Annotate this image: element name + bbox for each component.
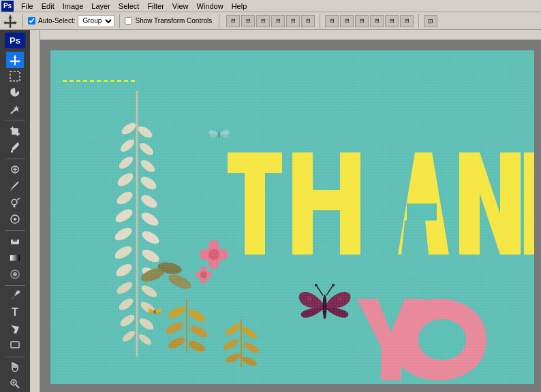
menu-image[interactable]: Image xyxy=(59,1,87,11)
align-middle-icon[interactable]: ⊟ xyxy=(286,15,300,27)
butterfly-small-teal xyxy=(207,125,231,144)
svg-point-87 xyxy=(154,310,156,314)
clone-stamp-tool[interactable] xyxy=(6,195,24,210)
svg-line-89 xyxy=(316,285,323,295)
separator5 xyxy=(5,357,25,357)
svg-point-57 xyxy=(218,132,221,137)
lasso-tool[interactable] xyxy=(6,85,24,101)
align-center-icon[interactable]: ⊟ xyxy=(241,15,255,27)
separator-1 xyxy=(22,14,23,28)
svg-rect-101 xyxy=(407,203,437,220)
hand-tool[interactable] xyxy=(6,360,24,376)
zoom-tool[interactable] xyxy=(6,376,24,392)
dist-3-icon[interactable]: ⊟ xyxy=(355,15,369,27)
path-selection-tool[interactable] xyxy=(6,321,24,337)
brush-tool[interactable] xyxy=(6,178,24,194)
svg-point-42 xyxy=(139,210,159,229)
svg-rect-95 xyxy=(228,152,282,173)
svg-rect-2 xyxy=(10,71,20,81)
separator4 xyxy=(5,285,25,286)
auto-select-checkbox[interactable] xyxy=(28,17,35,24)
svg-point-85 xyxy=(224,351,242,364)
svg-point-43 xyxy=(115,225,134,243)
align-top-icon[interactable]: ⊟ xyxy=(271,15,285,27)
dist-6-icon[interactable]: ⊟ xyxy=(400,15,414,27)
menu-window[interactable]: Window xyxy=(194,1,227,11)
separator-2 xyxy=(119,14,120,28)
olive-leaves xyxy=(139,251,194,299)
dist-5-icon[interactable]: ⊟ xyxy=(385,15,399,27)
svg-point-83 xyxy=(221,337,241,352)
gradient-tool[interactable] xyxy=(6,250,24,265)
separator-4 xyxy=(320,14,320,28)
svg-point-77 xyxy=(189,323,209,340)
dist-h-icon[interactable]: ⊟ xyxy=(325,15,339,27)
selection-indicator xyxy=(63,79,138,83)
svg-point-84 xyxy=(242,340,261,355)
arrange-icon[interactable]: ⊡ xyxy=(424,15,437,27)
magic-wand-tool[interactable] xyxy=(6,101,24,117)
thank-text-svg xyxy=(224,146,534,282)
svg-point-32 xyxy=(136,124,155,140)
app-logo: Ps xyxy=(1,1,14,12)
shape-tool[interactable] xyxy=(6,338,24,353)
svg-point-63 xyxy=(208,249,219,260)
butterfly-yellow-small xyxy=(147,306,162,318)
separator2 xyxy=(5,159,25,159)
svg-point-74 xyxy=(166,304,187,321)
dist-4-icon[interactable]: ⊟ xyxy=(370,15,384,27)
align-left-icon[interactable]: ⊟ xyxy=(226,15,240,27)
text-tool[interactable]: T xyxy=(6,305,24,321)
svg-point-92 xyxy=(332,284,335,287)
svg-point-9 xyxy=(12,199,17,205)
auto-select-dropdown[interactable]: Group Layer xyxy=(78,15,114,27)
menu-edit[interactable]: Edit xyxy=(38,1,58,11)
menu-select[interactable]: Select xyxy=(115,1,143,11)
svg-rect-98 xyxy=(313,190,340,210)
svg-point-55 xyxy=(121,329,136,343)
ruler-h-ticks: // ticks drawn via JS below xyxy=(30,30,541,40)
svg-point-93 xyxy=(307,297,311,301)
svg-point-45 xyxy=(115,244,134,261)
marquee-dashes xyxy=(63,79,138,83)
svg-point-34 xyxy=(138,141,155,158)
move-tool-options-icon xyxy=(3,14,18,29)
history-brush-tool[interactable] xyxy=(6,212,24,227)
you-text-svg xyxy=(357,292,534,384)
options-bar: Auto-Select: Group Layer Show Transform … xyxy=(0,12,541,30)
svg-rect-17 xyxy=(10,255,20,261)
eraser-tool[interactable] xyxy=(6,233,24,249)
menu-view[interactable]: View xyxy=(169,1,192,11)
align-right-icon[interactable]: ⊟ xyxy=(256,15,270,27)
show-transform-checkbox[interactable] xyxy=(125,17,132,24)
marquee-tool[interactable] xyxy=(6,69,24,84)
crop-tool[interactable] xyxy=(6,123,24,139)
separator-5 xyxy=(418,14,419,28)
svg-point-76 xyxy=(164,320,185,336)
menu-help[interactable]: Help xyxy=(228,1,251,11)
canvas-document xyxy=(50,50,534,384)
align-bottom-icon[interactable]: ⊟ xyxy=(301,15,315,27)
svg-point-75 xyxy=(187,308,207,324)
svg-rect-26 xyxy=(30,30,541,40)
svg-point-19 xyxy=(13,272,17,276)
svg-rect-16 xyxy=(13,240,17,242)
dist-v-icon[interactable]: ⊟ xyxy=(340,15,354,27)
eyedropper-tool[interactable] xyxy=(6,140,24,156)
gold-leaves-2 xyxy=(214,316,268,370)
pen-tool[interactable] xyxy=(6,289,24,304)
menu-filter[interactable]: Filter xyxy=(144,1,167,11)
butterfly-large-dark xyxy=(292,278,357,336)
separator-3 xyxy=(219,14,219,28)
ps-side-logo: Ps xyxy=(5,33,25,48)
svg-rect-27 xyxy=(30,30,40,392)
svg-point-14 xyxy=(14,218,16,220)
svg-marker-0 xyxy=(3,14,17,28)
move-tool[interactable] xyxy=(6,52,24,67)
menu-file[interactable]: File xyxy=(18,1,37,11)
menu-layer[interactable]: Layer xyxy=(88,1,114,11)
separator3 xyxy=(5,230,25,231)
svg-point-90 xyxy=(315,284,318,287)
blur-tool[interactable] xyxy=(6,266,24,282)
healing-brush-tool[interactable] xyxy=(6,162,24,178)
